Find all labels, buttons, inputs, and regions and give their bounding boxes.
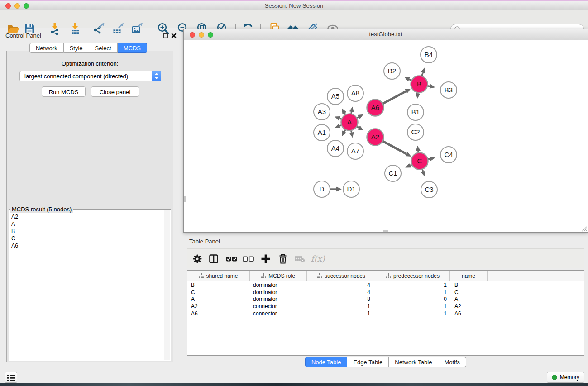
graph-node-A3[interactable]: A3 <box>314 104 330 120</box>
task-history-button[interactable] <box>5 372 17 383</box>
graph-node-B2[interactable]: B2 <box>384 63 400 79</box>
graph-node-B4[interactable]: B4 <box>421 47 437 63</box>
graph-edge-arrowhead <box>430 157 435 161</box>
column-settings-button[interactable] <box>191 253 204 265</box>
graph-node-C2[interactable]: C2 <box>407 124 424 140</box>
select-all-button[interactable] <box>225 253 239 265</box>
mcds-result-item[interactable]: A6 <box>11 242 164 249</box>
graph-node-A[interactable]: A <box>341 114 358 131</box>
column-header-mcds-role[interactable]: MCDS role <box>250 271 307 281</box>
graph-node-label: A5 <box>331 92 339 100</box>
main-titlebar: Session: New Session <box>0 1 588 10</box>
run-mcds-button[interactable]: Run MCDS <box>42 86 86 97</box>
node-table: shared name MCDS role successor nodes pr… <box>187 270 584 356</box>
tab-network[interactable]: Network <box>29 43 64 53</box>
sort-tree-icon <box>199 273 204 278</box>
table-cell: A <box>450 296 488 302</box>
canvas-vscroll-nub[interactable] <box>184 196 186 202</box>
table-cell: 1 <box>376 303 450 310</box>
column-header-shared-name[interactable]: shared name <box>187 271 250 281</box>
table-row[interactable]: A6connector11A6 <box>187 310 584 317</box>
unchecked-boxes-icon <box>242 253 255 265</box>
graph-edge-arrowhead <box>335 124 340 128</box>
tab-node-table[interactable]: Node Table <box>305 357 348 367</box>
column-label: successor nodes <box>325 273 365 279</box>
canvas-hscroll-nub[interactable] <box>383 230 388 232</box>
table-cell: B <box>450 282 488 288</box>
graph-node-label: B <box>417 80 421 88</box>
graph-node-A2[interactable]: A2 <box>367 129 384 146</box>
close-panel-button[interactable] <box>171 33 177 38</box>
deselect-all-button[interactable] <box>242 253 255 265</box>
graph-node-C4[interactable]: C4 <box>440 147 457 163</box>
network-canvas[interactable]: AA1A2A3A4A5A6A7A8BB1B2B3B4CC1C2C3C4DD1 <box>184 40 588 232</box>
resize-grip-icon[interactable] <box>581 225 587 232</box>
tab-style[interactable]: Style <box>64 43 89 53</box>
graph-node-B1[interactable]: B1 <box>407 104 424 120</box>
graph-node-C[interactable]: C <box>411 153 428 170</box>
trash-icon <box>277 253 289 265</box>
tab-edge-table[interactable]: Edge Table <box>347 357 389 367</box>
mcds-result-item[interactable]: B <box>11 228 164 235</box>
optimization-criterion-label: Optimization criterion: <box>6 60 173 67</box>
main-toolbar <box>0 10 588 28</box>
sort-tree-icon <box>317 273 322 278</box>
table-row[interactable]: Bdominator41B <box>187 281 584 289</box>
graph-node-A4[interactable]: A4 <box>327 140 344 157</box>
mcds-result-list[interactable]: A2ABCA6 <box>10 213 164 360</box>
table-cell: C <box>450 289 488 295</box>
mcds-result-item[interactable]: A2 <box>11 213 164 220</box>
memory-button[interactable]: Memory <box>547 372 584 383</box>
graph-node-A7[interactable]: A7 <box>347 143 363 159</box>
function-builder-button[interactable]: f(x) <box>311 253 327 265</box>
gear-icon <box>191 253 204 265</box>
delete-columns-button[interactable] <box>277 253 289 265</box>
mcds-result-item[interactable]: A <box>11 220 164 228</box>
graph-node-label: A6 <box>371 104 379 111</box>
tab-mcds[interactable]: MCDS <box>118 43 147 53</box>
mcds-result-item[interactable]: C <box>11 235 164 242</box>
float-panel-button[interactable] <box>163 33 168 38</box>
graph-node-A1[interactable]: A1 <box>314 124 330 141</box>
tab-motifs[interactable]: Motifs <box>438 357 466 367</box>
graph-node-D[interactable]: D <box>314 181 330 197</box>
graph-node-label: C4 <box>444 151 453 158</box>
graph-node-C1[interactable]: C1 <box>385 165 401 181</box>
mcds-result-scrollbar[interactable] <box>164 210 170 360</box>
select-stepper <box>152 71 161 81</box>
graph-node-C3[interactable]: C3 <box>421 181 437 198</box>
tab-network-table[interactable]: Network Table <box>389 357 438 367</box>
fx-icon: f(x) <box>311 254 325 263</box>
graph-node-D1[interactable]: D1 <box>343 181 359 197</box>
column-header-name[interactable]: name <box>450 271 488 281</box>
add-column-button[interactable] <box>259 253 272 265</box>
network-window-titlebar[interactable]: testGlobe.txt <box>184 29 588 40</box>
graph-node-B3[interactable]: B3 <box>440 82 457 98</box>
table-row[interactable]: A2connector11A2 <box>187 303 584 310</box>
graph-node-B[interactable]: B <box>411 76 428 93</box>
columns-icon <box>207 253 220 265</box>
close-panel-action-button[interactable]: Close panel <box>91 86 139 97</box>
column-header-successor-nodes[interactable]: successor nodes <box>307 271 376 281</box>
column-header-predecessor-nodes[interactable]: predecessor nodes <box>376 271 450 281</box>
table-cell: 4 <box>307 289 376 295</box>
delete-table-button[interactable] <box>293 253 306 265</box>
graph-node-A8[interactable]: A8 <box>347 85 363 101</box>
table-panel-tabs: Node Table Edge Table Network Table Moti… <box>183 357 588 367</box>
table-cell: A <box>187 296 250 302</box>
graph-node-A5[interactable]: A5 <box>327 88 344 105</box>
graph-node-label: A <box>347 118 352 126</box>
criterion-select[interactable]: largest connected component (directed) <box>19 71 161 81</box>
table-row[interactable]: Cdominator41C <box>187 289 584 296</box>
graph-edge-arrowhead <box>430 84 435 89</box>
fit-columns-button[interactable] <box>207 253 220 265</box>
table-row[interactable]: Adominator80A <box>187 296 584 303</box>
checked-boxes-icon <box>225 253 239 265</box>
status-bar: Memory <box>0 370 588 383</box>
table-body: Bdominator41BCdominator41CAdominator80AA… <box>187 281 584 317</box>
criterion-value: largest connected component (directed) <box>24 71 128 81</box>
tab-select[interactable]: Select <box>89 43 118 53</box>
graph-node-A6[interactable]: A6 <box>367 100 384 116</box>
column-label: name <box>462 273 475 279</box>
table-panel-title: Table Panel <box>189 238 220 245</box>
